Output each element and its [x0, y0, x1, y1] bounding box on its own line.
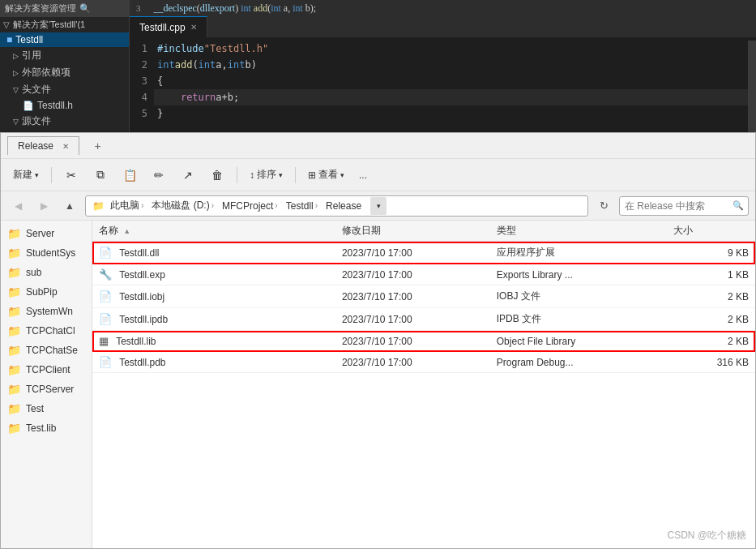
- search-input[interactable]: [619, 196, 749, 216]
- sort-btn[interactable]: ↕ 排序 ▾: [244, 165, 288, 185]
- table-row[interactable]: 📄 Testdll.pdb 2023/7/10 17:00 Program De…: [92, 352, 755, 373]
- delete-btn[interactable]: 🗑: [204, 164, 230, 187]
- folder-label: TCPChatCl: [26, 325, 75, 337]
- address-bar: ◀ ▶ ▲ 📁 此电脑 › 本地磁盘 (D:) › MFCProject › T…: [1, 191, 755, 221]
- table-row[interactable]: ▦ Testdll.lib 2023/7/10 17:00 Object Fil…: [92, 331, 755, 352]
- address-path[interactable]: 📁 此电脑 › 本地磁盘 (D:) › MFCProject › Testdll…: [85, 195, 588, 217]
- new-label: 新建: [13, 168, 32, 182]
- col-header-size[interactable]: 大小: [667, 221, 755, 242]
- file-explorer: Release ✕ + 新建 ▾ ✂ ⧉ 📋 ✏ ↗ 🗑 ↕ 排序 ▾ ⊞ 查看…: [0, 132, 756, 549]
- table-row[interactable]: 🔧 Testdll.exp 2023/7/10 17:00 Exports Li…: [92, 264, 755, 285]
- sidebar-folder-tcpclient[interactable]: 📁TCPClient: [1, 360, 92, 380]
- tree-item-testdllh[interactable]: 📄 Testdll.h: [0, 98, 129, 113]
- back-btn[interactable]: ◀: [7, 195, 28, 217]
- sidebar-folder-tcpchatse[interactable]: 📁TCPChatSe: [1, 341, 92, 360]
- path-pc-label: 此电脑: [110, 199, 139, 212]
- tree-item-external[interactable]: ▷ 外部依赖项: [0, 64, 129, 81]
- code-editor-panel[interactable]: 1 2 3 4 5 #include "Testdll.h" int add(i…: [130, 37, 756, 138]
- watermark: CSDN @吃个糖糖: [667, 529, 746, 543]
- share-btn[interactable]: ↗: [175, 164, 201, 187]
- file-name-cell: ▦ Testdll.lib: [92, 331, 335, 352]
- refresh-btn[interactable]: ↻: [593, 195, 614, 217]
- folder-label: Test.lib: [26, 422, 56, 434]
- table-row[interactable]: 📄 Testdll.iobj 2023/7/10 17:00 IOBJ 文件 2…: [92, 285, 755, 308]
- folder-icon: 📁: [7, 363, 21, 376]
- sidebar-folder-studentsys[interactable]: 📁StudentSys: [1, 243, 92, 263]
- expand-icon: ▽: [3, 20, 10, 29]
- tree-item-testdll[interactable]: ■ Testdll: [0, 32, 129, 47]
- tab-add-btn[interactable]: +: [86, 136, 109, 156]
- ide-area: 解决方案资源管理 🔍 ▽ 解决方案'Testdll'(1 ■ Testdll ▷…: [0, 0, 756, 138]
- folder-icon-path: 📁: [92, 200, 105, 212]
- sidebar-folder-test.lib[interactable]: 📁Test.lib: [1, 418, 92, 438]
- path-drive[interactable]: 本地磁盘 (D:) ›: [149, 198, 216, 213]
- folder-label: StudentSys: [26, 247, 75, 259]
- sidebar-folder-tcpserver[interactable]: 📁TCPServer: [1, 380, 92, 399]
- file-type-icon: 📄: [99, 247, 112, 259]
- file-type-cell: IOBJ 文件: [490, 285, 667, 308]
- col-header-type[interactable]: 类型: [490, 221, 667, 242]
- explorer-tab-release[interactable]: Release ✕: [7, 136, 79, 155]
- file-name-cell: 📄 Testdll.pdb: [92, 352, 335, 373]
- tree-item-headers[interactable]: ▽ 头文件: [0, 81, 129, 98]
- table-row[interactable]: 📄 Testdll.ipdb 2023/7/10 17:00 IPDB 文件 2…: [92, 308, 755, 331]
- path-release[interactable]: Release: [323, 199, 364, 212]
- sidebar-folder-subpip[interactable]: 📁SubPip: [1, 282, 92, 302]
- col-header-date[interactable]: 修改日期: [335, 221, 490, 242]
- tab-close-icon[interactable]: ✕: [62, 142, 69, 151]
- view-btn[interactable]: ⊞ 查看 ▾: [302, 165, 350, 185]
- folder-icon: 📁: [7, 324, 21, 337]
- col-header-name[interactable]: 名称 ▲: [92, 221, 335, 242]
- path-testdll-label: Testdll: [286, 200, 314, 212]
- view-label: 查看: [318, 168, 338, 182]
- file-type-icon: 📄: [99, 313, 112, 325]
- sort-arrow-name: ▲: [123, 227, 130, 235]
- file-type-cell: Exports Library ...: [490, 264, 667, 285]
- copy-btn[interactable]: ⧉: [88, 164, 113, 187]
- cut-btn[interactable]: ✂: [58, 164, 84, 187]
- sidebar-folder-test[interactable]: 📁Test: [1, 399, 92, 418]
- path-release-label: Release: [326, 200, 361, 212]
- view-dropdown-icon: ▾: [340, 171, 344, 179]
- file-name-cell: 🔧 Testdll.exp: [92, 264, 335, 285]
- up-btn[interactable]: ▲: [59, 195, 80, 217]
- new-btn[interactable]: 新建 ▾: [7, 165, 45, 185]
- code-content[interactable]: #include "Testdll.h" int add(int a, int …: [154, 41, 748, 135]
- sidebar-folder-server[interactable]: 📁Server: [1, 224, 92, 243]
- file-list-area[interactable]: 名称 ▲ 修改日期 类型 大小: [92, 221, 755, 548]
- folder-icon: 📁: [7, 305, 21, 318]
- forward-btn[interactable]: ▶: [33, 195, 54, 217]
- table-row[interactable]: 📄 Testdll.dll 2023/7/10 17:00 应用程序扩展 9 K…: [92, 242, 755, 264]
- editor-scrollbar[interactable]: [748, 41, 756, 135]
- tree-item-sources[interactable]: ▽ 源文件: [0, 113, 129, 130]
- paste-btn[interactable]: 📋: [117, 164, 143, 187]
- more-btn[interactable]: ...: [353, 166, 373, 184]
- path-arrow-1: ›: [141, 201, 143, 210]
- tree-item-solution[interactable]: ▽ 解决方案'Testdll'(1: [0, 17, 129, 32]
- tree-item-ref[interactable]: ▷ 引用: [0, 47, 129, 64]
- left-sidebar: 📁Server📁StudentSys📁sub📁SubPip📁SystemWn📁T…: [1, 221, 92, 548]
- sidebar-folder-sub[interactable]: 📁sub: [1, 263, 92, 282]
- folder-label: Test: [26, 403, 44, 414]
- tab-testdllcpp[interactable]: Testdll.cpp ✕: [130, 16, 207, 37]
- file-name-label: Testdll.pdb: [119, 357, 165, 368]
- file-type-cell: IPDB 文件: [490, 308, 667, 331]
- path-drive-label: 本地磁盘 (D:): [152, 199, 209, 212]
- path-mfc[interactable]: MFCProject ›: [220, 199, 280, 212]
- path-pc[interactable]: 此电脑 ›: [108, 198, 146, 213]
- file-size-cell: 2 KB: [667, 308, 755, 331]
- folder-label: TCPChatSe: [26, 345, 78, 356]
- sidebar-folder-tcpchatcl[interactable]: 📁TCPChatCl: [1, 321, 92, 341]
- close-tab-icon[interactable]: ✕: [190, 23, 197, 32]
- file-name-label: Testdll.lib: [116, 336, 156, 347]
- file-type-cell: Program Debug...: [490, 352, 667, 373]
- rename-btn[interactable]: ✏: [146, 164, 172, 187]
- explorer-toolbar: 新建 ▾ ✂ ⧉ 📋 ✏ ↗ 🗑 ↕ 排序 ▾ ⊞ 查看 ▾ ...: [1, 159, 755, 191]
- file-table: 名称 ▲ 修改日期 类型 大小: [92, 221, 755, 373]
- path-testdll[interactable]: Testdll ›: [284, 199, 320, 212]
- search-wrapper: 🔍: [619, 196, 749, 216]
- sidebar-folder-systemwn[interactable]: 📁SystemWn: [1, 302, 92, 321]
- project-icon: ■: [6, 34, 12, 45]
- toolbar-sep-3: [295, 167, 296, 183]
- path-dropdown-btn[interactable]: ▾: [370, 197, 387, 215]
